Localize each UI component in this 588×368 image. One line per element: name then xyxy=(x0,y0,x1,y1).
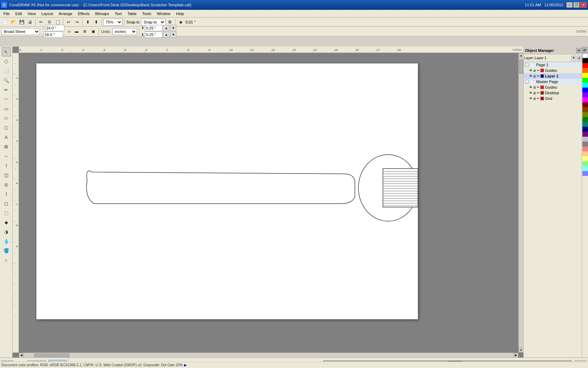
dimension-tool[interactable]: ↔ xyxy=(2,151,11,161)
zoom-dropdown[interactable]: 75% 50% 100% 150% 200% xyxy=(103,19,122,26)
nudge-y-up[interactable]: ▲ xyxy=(163,32,169,38)
yellow-swatch[interactable] xyxy=(582,73,588,78)
nudge-y-input[interactable] xyxy=(145,32,162,38)
vscrollbar[interactable]: ▲ ▼ xyxy=(518,53,523,353)
dark-green-swatch[interactable] xyxy=(582,117,588,122)
red-swatch[interactable] xyxy=(582,63,588,68)
menu-view[interactable]: View xyxy=(25,11,39,16)
guides1-edit[interactable]: ✏ xyxy=(537,69,540,72)
green-swatch[interactable] xyxy=(582,78,588,83)
desktop-print[interactable]: 🖨 xyxy=(533,91,536,95)
tree-desktop[interactable]: 👁 🖨 ✏ Desktop xyxy=(524,90,588,96)
menu-layout[interactable]: Layout xyxy=(38,11,56,16)
menu-edit[interactable]: Edit xyxy=(13,11,25,16)
hscroll-right-btn[interactable]: ▶ xyxy=(513,353,518,358)
page-settings-btn[interactable]: ⊞ xyxy=(81,28,88,35)
black-swatch[interactable] xyxy=(582,58,588,63)
nudge-btn1[interactable]: ◈ xyxy=(177,18,185,26)
teal-swatch[interactable] xyxy=(582,122,588,127)
menu-text[interactable]: Text xyxy=(112,11,125,16)
table-tool[interactable]: ⊞ xyxy=(2,142,11,151)
menu-window[interactable]: Window xyxy=(154,11,173,16)
no-color-swatch[interactable]: ✕ xyxy=(582,47,588,53)
light-blue-swatch[interactable] xyxy=(582,171,588,176)
vscroll-thumb[interactable] xyxy=(519,60,523,74)
magenta-swatch[interactable] xyxy=(582,97,588,102)
close-button[interactable]: ✕ xyxy=(580,2,587,8)
brown-swatch[interactable] xyxy=(582,107,588,112)
expand-page1[interactable]: − xyxy=(525,63,528,67)
nudge-y-down[interactable]: ▼ xyxy=(170,32,176,38)
nudge-x-input[interactable] xyxy=(145,25,162,31)
snap-dropdown[interactable]: Snap to xyxy=(141,19,166,26)
layer1-edit[interactable]: ✏ xyxy=(537,74,540,78)
contour-tool[interactable]: ◎ xyxy=(2,180,11,189)
nudge-x-up[interactable]: ▲ xyxy=(163,25,169,31)
minimize-button[interactable]: ─ xyxy=(566,2,573,8)
white-swatch[interactable] xyxy=(582,53,588,58)
menu-bitmaps[interactable]: Bitmaps xyxy=(92,11,112,16)
light-cyan-swatch[interactable] xyxy=(582,166,588,171)
guides1-eye[interactable]: 👁 xyxy=(529,69,532,72)
envelope-tool[interactable]: ⬚ xyxy=(2,208,11,217)
tree-layer1[interactable]: 👁 🖨 ✏ Layer 1 xyxy=(524,73,588,79)
redo-button[interactable]: ↪ xyxy=(73,18,81,26)
fill-tool[interactable]: 🪣 xyxy=(2,246,11,255)
pink-swatch[interactable] xyxy=(582,146,588,151)
extrude-tool[interactable]: ◆ xyxy=(2,218,11,227)
menu-arrange[interactable]: Arrange xyxy=(56,11,75,16)
navy-swatch[interactable] xyxy=(582,127,588,132)
orange-swatch[interactable] xyxy=(582,68,588,73)
drawing-canvas[interactable] xyxy=(19,53,518,353)
layer1-print[interactable]: 🖨 xyxy=(533,74,536,78)
maximize-button[interactable]: ❐ xyxy=(573,2,580,8)
hscroll-thumb[interactable] xyxy=(34,354,69,357)
print-button[interactable]: 🖨 xyxy=(26,18,34,26)
crop-tool[interactable]: ⬜ xyxy=(2,66,11,75)
text-tool[interactable]: A xyxy=(2,132,11,142)
grid-edit[interactable]: ✏ xyxy=(537,97,540,100)
tree-guides2[interactable]: 👁 🖨 ✏ Guides xyxy=(524,84,588,90)
peach-swatch[interactable] xyxy=(582,151,588,156)
purple-swatch[interactable] xyxy=(582,93,588,97)
grid-eye[interactable]: 👁 xyxy=(529,97,532,100)
desktop-eye[interactable]: 👁 xyxy=(529,91,532,95)
zoom-tool[interactable]: 🔍 xyxy=(2,76,11,85)
blend-tool[interactable]: ◫ xyxy=(2,170,11,179)
hscroll-left-btn[interactable]: ◀ xyxy=(19,353,24,358)
guides2-edit[interactable]: ✏ xyxy=(537,86,540,89)
width-input[interactable] xyxy=(45,25,64,31)
new-button[interactable]: 📄 xyxy=(1,18,9,26)
light-yellow-swatch[interactable] xyxy=(582,156,588,161)
menu-help[interactable]: Help xyxy=(173,11,187,16)
visibility-btn[interactable]: 👁 xyxy=(571,56,576,61)
blue-swatch[interactable] xyxy=(582,88,588,93)
landscape-btn[interactable]: ▬ xyxy=(74,28,80,35)
color-dropper-tool[interactable]: 💧 xyxy=(2,237,11,246)
menu-tools[interactable]: Tools xyxy=(139,11,154,16)
color-profile-link[interactable]: ▶ xyxy=(184,363,187,367)
rect-tool[interactable]: ▭ xyxy=(2,104,11,113)
connector-tool[interactable]: ⌇ xyxy=(2,161,11,170)
maroon-swatch[interactable] xyxy=(582,102,588,107)
drop-shadow-tool[interactable]: ◻ xyxy=(2,199,11,208)
vscroll-down-btn[interactable]: ▼ xyxy=(519,348,523,353)
menu-table[interactable]: Table xyxy=(125,11,139,16)
smart-draw-tool[interactable]: 〰 xyxy=(2,95,11,104)
ellipse-tool[interactable]: ⬭ xyxy=(2,114,11,123)
silver-swatch[interactable] xyxy=(582,137,588,142)
panel-options-btn[interactable]: ≫ xyxy=(576,48,581,53)
portrait-btn[interactable]: ▭ xyxy=(66,28,72,35)
guides2-print[interactable]: 🖨 xyxy=(533,86,536,89)
desktop-edit[interactable]: ✏ xyxy=(537,91,540,95)
units-dropdown[interactable]: inches mm cm xyxy=(112,28,137,35)
export-button[interactable]: ⬆ xyxy=(92,18,100,26)
menu-effects[interactable]: Effects xyxy=(75,11,92,16)
import-button[interactable]: ⬇ xyxy=(84,18,92,26)
grid-print[interactable]: 🖨 xyxy=(533,97,536,100)
canvas-area[interactable]: 0 1 2 3 4 5 6 7 8 9 10 11 12 13 14 15 16 xyxy=(13,47,523,357)
layer1-eye[interactable]: 👁 xyxy=(529,74,532,78)
menu-file[interactable]: File xyxy=(1,11,13,16)
nudge-x-down[interactable]: ▼ xyxy=(170,25,176,31)
save-button[interactable]: 💾 xyxy=(18,18,26,26)
